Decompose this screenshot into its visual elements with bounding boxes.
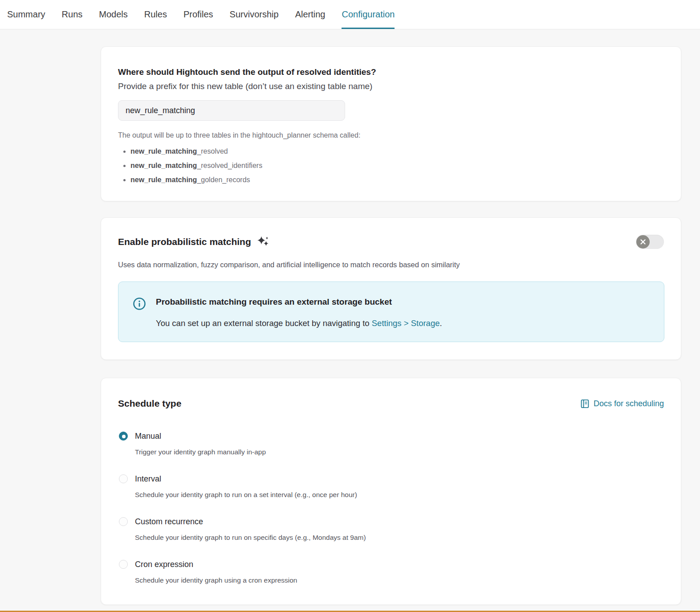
radio-custom-recurrence[interactable] xyxy=(119,517,128,526)
probabilistic-card-title: Enable probabilistic matching xyxy=(118,235,251,249)
option-description: Trigger your identity graph manually in-… xyxy=(135,447,664,457)
docs-for-scheduling-link[interactable]: Docs for scheduling xyxy=(580,399,664,408)
probabilistic-description: Uses data normalization, fuzzy compariso… xyxy=(118,260,664,270)
output-destination-card: Where should Hightouch send the output o… xyxy=(101,46,681,201)
tab-rules[interactable]: Rules xyxy=(144,0,167,29)
schedule-option-interval: Interval Schedule your identity graph to… xyxy=(118,473,664,500)
table-prefix-input[interactable] xyxy=(118,100,345,121)
schedule-type-card: Schedule type Docs for scheduling Manual… xyxy=(101,378,681,605)
option-description: Schedule your identity graph to run on a… xyxy=(135,490,664,500)
option-label[interactable]: Custom recurrence xyxy=(135,515,664,528)
tab-survivorship[interactable]: Survivorship xyxy=(230,0,279,29)
tab-configuration[interactable]: Configuration xyxy=(342,0,395,29)
radio-interval[interactable] xyxy=(119,474,128,483)
radio-cron-expression[interactable] xyxy=(119,560,128,569)
alert-body: You can set up an external storage bucke… xyxy=(156,318,442,329)
x-icon xyxy=(640,239,646,245)
list-item: new_rule_matching_resolved xyxy=(118,147,664,156)
sparkles-icon xyxy=(256,235,270,250)
toggle-off-knob xyxy=(636,235,650,249)
tab-profiles[interactable]: Profiles xyxy=(183,0,213,29)
option-description: Schedule your identity graph to run on s… xyxy=(135,532,664,543)
info-icon xyxy=(133,297,146,312)
tab-bar: Summary Runs Models Rules Profiles Survi… xyxy=(0,0,700,29)
alert-title: Probabilistic matching requires an exter… xyxy=(156,296,442,308)
schedule-option-cron-expression: Cron expression Schedule your identity g… xyxy=(118,558,664,586)
probabilistic-matching-toggle[interactable] xyxy=(636,235,664,249)
radio-manual[interactable] xyxy=(119,432,128,441)
option-label[interactable]: Manual xyxy=(135,430,664,442)
tab-runs[interactable]: Runs xyxy=(62,0,83,29)
output-tables-list: new_rule_matching_resolved new_rule_matc… xyxy=(118,147,664,185)
list-item: new_rule_matching_resolved_identifiers xyxy=(118,161,664,171)
schedule-option-custom-recurrence: Custom recurrence Schedule your identity… xyxy=(118,515,664,543)
schedule-options: Manual Trigger your identity graph manua… xyxy=(118,430,664,586)
output-card-subtitle: Provide a prefix for this new table (don… xyxy=(118,81,664,92)
output-help-text: The output will be up to three tables in… xyxy=(118,131,664,140)
probabilistic-matching-card: Enable probabilistic matching Uses data … xyxy=(101,217,681,360)
tab-models[interactable]: Models xyxy=(99,0,127,29)
tab-summary[interactable]: Summary xyxy=(7,0,45,29)
list-item: new_rule_matching_golden_records xyxy=(118,175,664,185)
option-label[interactable]: Interval xyxy=(135,473,664,485)
tab-alerting[interactable]: Alerting xyxy=(295,0,326,29)
schedule-option-manual: Manual Trigger your identity graph manua… xyxy=(118,430,664,457)
option-description: Schedule your identity graph using a cro… xyxy=(135,575,664,586)
schedule-card-title: Schedule type xyxy=(118,397,181,410)
book-icon xyxy=(580,399,590,408)
settings-storage-link[interactable]: Settings > Storage xyxy=(372,318,440,328)
option-label[interactable]: Cron expression xyxy=(135,558,664,571)
output-card-title: Where should Hightouch send the output o… xyxy=(118,66,664,78)
storage-required-alert: Probabilistic matching requires an exter… xyxy=(118,282,664,342)
